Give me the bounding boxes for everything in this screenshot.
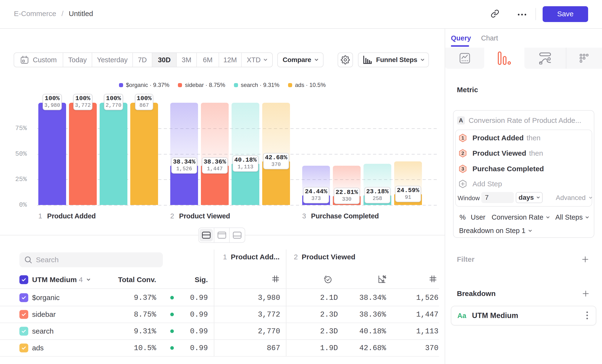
svg-text:2: 2 xyxy=(462,150,464,156)
svg-text:3: 3 xyxy=(462,166,464,171)
svg-text:1: 1 xyxy=(462,135,464,140)
